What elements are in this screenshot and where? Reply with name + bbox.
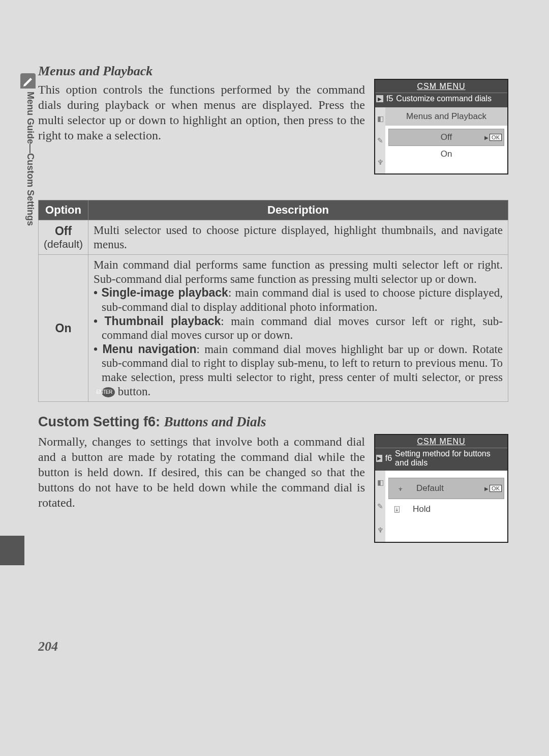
lcd1-option-on: On	[385, 146, 507, 162]
row0-option: Off	[44, 224, 83, 238]
lcd1-title: CSM MENU	[417, 82, 465, 91]
lcd1-option-off: Off OK	[388, 129, 504, 146]
camera-icon: ◧	[377, 478, 384, 486]
lcd-side-icons: ◧ ✎ ♆	[375, 107, 385, 173]
ok-indicator: OK	[490, 485, 502, 492]
section2-title: Custom Setting f6: Buttons and Dials	[38, 414, 508, 430]
row0-default: (default)	[44, 238, 83, 250]
thumb-tab	[0, 536, 24, 565]
section1-subheading: Menus and Playback	[38, 64, 365, 79]
bullet-thumbnail: Thumbnail playback: main command dial mo…	[94, 314, 503, 342]
lcd-screenshot-f6: CSM MENU ▶ f6 Setting method for buttons…	[374, 434, 508, 543]
lcd-side-icons: ◧ ✎ ♆	[375, 471, 385, 542]
lcd2-code: f6	[385, 454, 392, 463]
play-icon: ▶	[376, 455, 382, 462]
lcd1-setting-label: Customize command dials	[396, 94, 492, 103]
options-table: Option Description Off (default) Multi s…	[38, 200, 508, 402]
section2-body: Normally, changes to settings that invol…	[38, 434, 365, 510]
row1-option: On	[44, 322, 83, 335]
table-row: Off (default) Multi selector used to cho…	[39, 220, 508, 255]
lcd1-code: f5	[386, 94, 393, 103]
ok-indicator: OK	[490, 134, 502, 141]
bullet-menu-nav: Menu navigation: main command dial moves…	[94, 342, 503, 398]
row0-description: Multi selector used to choose picture di…	[88, 220, 508, 255]
row1-intro: Main command dial performs same function…	[94, 258, 503, 286]
camera-icon: ◧	[377, 114, 384, 123]
enter-icon: ENTER	[102, 387, 115, 397]
pencil-small-icon: ✎	[377, 502, 383, 510]
press-icon: ⍖	[398, 484, 403, 493]
lcd-screenshot-f5: CSM MENU ▶ f5 Customize command dials ◧ …	[374, 79, 508, 175]
manual-page: Menu Guide—Custom Settings Menus and Pla…	[0, 0, 549, 756]
side-tab: Menu Guide—Custom Settings	[20, 73, 36, 256]
lcd2-title: CSM MENU	[417, 437, 465, 446]
lcd1-menu-title: Menus and Playback	[385, 107, 507, 126]
table-row: On Main command dial performs same funct…	[39, 255, 508, 402]
section1-body: This option controls the functions perfo…	[38, 82, 365, 143]
lcd2-option-default: ⍖ Default OK	[388, 478, 504, 499]
lcd2-option-hold: ⍗ Hold	[385, 499, 507, 519]
lcd2-setting-label: Setting method for buttons and dials	[395, 449, 504, 467]
wrench-icon: ♆	[377, 158, 384, 166]
th-description: Description	[88, 200, 508, 220]
pencil-icon	[20, 73, 36, 89]
wrench-icon: ♆	[377, 526, 384, 534]
pencil-small-icon: ✎	[377, 136, 383, 144]
bullet-single-image: Single-image playback: main command dial…	[94, 286, 503, 314]
hold-icon: ⍗	[394, 505, 400, 514]
page-number: 204	[38, 639, 58, 654]
side-tab-label: Menu Guide—Custom Settings	[20, 92, 36, 254]
play-icon: ▶	[376, 95, 383, 102]
th-option: Option	[39, 200, 88, 220]
